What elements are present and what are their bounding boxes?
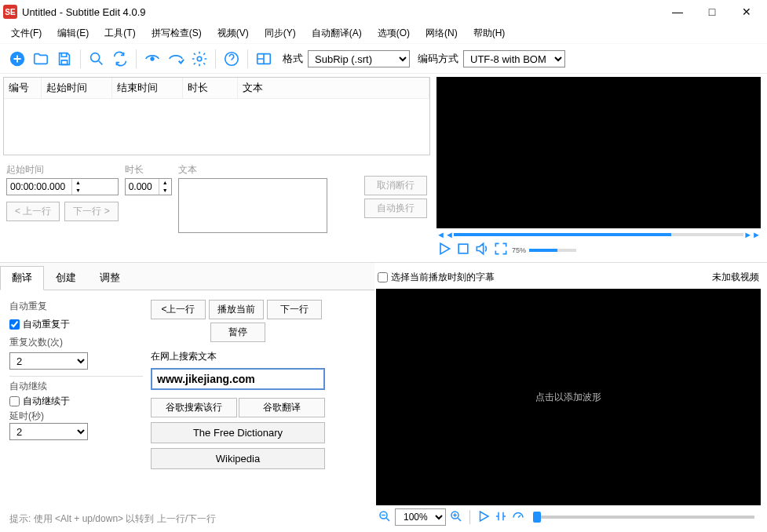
open-button[interactable] xyxy=(30,48,52,70)
visual-sync-button[interactable] xyxy=(141,48,163,70)
subtitle-text-input[interactable] xyxy=(178,178,327,233)
mode-tabs: 翻译 创建 调整 xyxy=(0,263,374,290)
menu-bar: 文件(F) 编辑(E) 工具(T) 拼写检查(S) 视频(V) 同步(Y) 自动… xyxy=(0,24,767,44)
col-end[interactable]: 结束时间 xyxy=(112,78,183,98)
menu-help[interactable]: 帮助(H) xyxy=(469,25,510,42)
next-line-button[interactable]: 下一行 > xyxy=(64,202,118,221)
tfd-button[interactable]: The Free Dictionary xyxy=(151,422,325,443)
app-icon: SE xyxy=(3,5,17,19)
menu-options[interactable]: 选项(O) xyxy=(373,25,415,42)
seek-start-icon[interactable]: ◄◄ xyxy=(436,230,454,239)
col-duration[interactable]: 时长 xyxy=(183,78,238,98)
search-label: 在网上搜索文本 xyxy=(151,350,325,363)
video-player[interactable] xyxy=(436,77,761,228)
play-current-button[interactable]: 播放当前 xyxy=(209,300,264,319)
menu-video[interactable]: 视频(V) xyxy=(213,25,254,42)
menu-tools[interactable]: 工具(T) xyxy=(100,25,140,42)
google-search-button[interactable]: 谷歌搜索该行 xyxy=(151,398,237,417)
tab-create[interactable]: 创建 xyxy=(44,266,88,290)
unbreak-button[interactable]: 取消断行 xyxy=(364,176,427,195)
tab-translate[interactable]: 翻译 xyxy=(0,266,44,290)
menu-network[interactable]: 网络(N) xyxy=(421,25,462,42)
toolbar: 格式 SubRip (.srt) 编码方式 UTF-8 with BOM xyxy=(0,44,767,74)
wave-speed-icon[interactable] xyxy=(511,509,525,526)
autorepeat-group: 自动重复 xyxy=(9,300,143,313)
help-button[interactable] xyxy=(221,48,243,70)
nav-prev-button[interactable]: <上一行 xyxy=(151,300,206,319)
replace-button[interactable] xyxy=(109,48,131,70)
wave-position-icon[interactable] xyxy=(494,509,508,526)
search-input[interactable] xyxy=(151,368,325,390)
video-seekbar[interactable] xyxy=(454,233,743,236)
spellcheck-button[interactable] xyxy=(165,48,187,70)
menu-sync[interactable]: 同步(Y) xyxy=(260,25,301,42)
delay-label: 延时(秒) xyxy=(9,410,143,423)
hint-text: 提示: 使用 <Alt + up/down> 以转到 上一行/下一行 xyxy=(0,506,374,532)
duration-label: 时长 xyxy=(125,163,172,177)
layout-button[interactable] xyxy=(253,48,275,70)
find-button[interactable] xyxy=(86,48,108,70)
new-button[interactable] xyxy=(6,48,28,70)
wave-slider[interactable] xyxy=(533,516,754,519)
menu-edit[interactable]: 编辑(E) xyxy=(53,25,93,42)
settings-button[interactable] xyxy=(188,48,210,70)
format-label: 格式 xyxy=(283,52,303,66)
col-start[interactable]: 起始时间 xyxy=(42,78,112,98)
stop-icon[interactable] xyxy=(455,241,471,259)
fullscreen-icon[interactable] xyxy=(493,241,509,259)
start-time-label: 起始时间 xyxy=(6,163,119,177)
encoding-select[interactable]: UTF-8 with BOM xyxy=(463,50,565,67)
tab-adjust[interactable]: 调整 xyxy=(88,266,132,290)
text-label: 文本 xyxy=(178,163,358,177)
format-select[interactable]: SubRip (.srt) xyxy=(308,50,410,67)
volume-slider[interactable] xyxy=(529,249,576,252)
svg-point-3 xyxy=(197,56,202,61)
repeat-count-label: 重复次数(次) xyxy=(9,336,143,349)
waveform-area[interactable]: 点击以添加波形 xyxy=(376,289,761,505)
autobreak-button[interactable]: 自动换行 xyxy=(364,199,427,218)
no-video-label: 未加载视频 xyxy=(712,271,759,284)
window-title: Untitled - Subtitle Edit 4.0.9 xyxy=(22,6,660,18)
minimize-button[interactable]: — xyxy=(660,0,695,24)
zoom-select[interactable]: 100% xyxy=(395,508,446,526)
menu-spellcheck[interactable]: 拼写检查(S) xyxy=(147,25,206,42)
maximize-button[interactable]: □ xyxy=(695,0,729,24)
autocontinue-checkbox[interactable]: 自动继续于 xyxy=(9,393,143,410)
wikipedia-button[interactable]: Wikipedia xyxy=(151,448,325,469)
menu-autotranslate[interactable]: 自动翻译(A) xyxy=(307,25,367,42)
repeat-count-select[interactable]: 2 xyxy=(9,352,88,370)
position-label: 75% xyxy=(512,246,526,254)
seek-end-icon[interactable]: ►► xyxy=(743,230,761,239)
svg-rect-6 xyxy=(458,244,468,253)
encoding-label: 编码方式 xyxy=(418,52,458,66)
prev-line-button[interactable]: < 上一行 xyxy=(6,202,60,221)
delay-select[interactable]: 2 xyxy=(9,423,88,440)
pause-button[interactable]: 暂停 xyxy=(210,322,265,342)
volume-icon[interactable] xyxy=(474,241,490,259)
svg-point-1 xyxy=(91,53,100,61)
wave-play-icon[interactable] xyxy=(477,509,491,526)
zoom-in-icon[interactable] xyxy=(449,509,463,526)
google-translate-button[interactable]: 谷歌翻译 xyxy=(239,398,325,417)
menu-file[interactable]: 文件(F) xyxy=(6,25,46,42)
start-time-input[interactable]: ▲▼ xyxy=(6,178,119,195)
play-icon[interactable] xyxy=(436,241,452,259)
zoom-out-icon[interactable] xyxy=(378,509,392,526)
save-button[interactable] xyxy=(53,48,75,70)
autorepeat-checkbox[interactable]: 自动重复于 xyxy=(9,316,143,333)
duration-input[interactable]: ▲▼ xyxy=(125,178,172,195)
autocontinue-group: 自动继续 xyxy=(9,380,143,393)
close-button[interactable]: ✕ xyxy=(729,0,764,24)
select-at-play-checkbox[interactable]: 选择当前播放时刻的字幕 xyxy=(378,269,495,286)
nav-next-button[interactable]: 下一行 xyxy=(267,300,322,319)
col-text[interactable]: 文本 xyxy=(238,78,429,98)
svg-point-2 xyxy=(151,57,154,60)
col-number[interactable]: 编号 xyxy=(4,78,42,98)
title-bar: SE Untitled - Subtitle Edit 4.0.9 — □ ✕ xyxy=(0,0,767,24)
subtitle-grid[interactable]: 编号 起始时间 结束时间 时长 文本 xyxy=(3,77,430,155)
